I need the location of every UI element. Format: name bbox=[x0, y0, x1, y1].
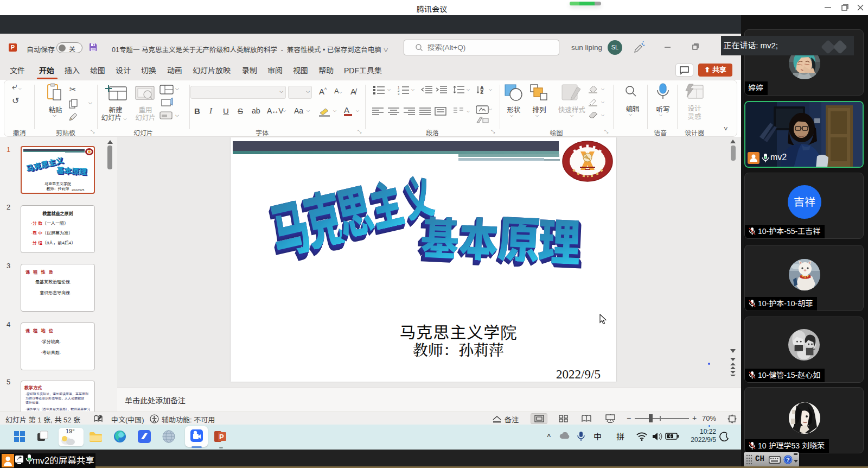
svg-text:Z: Z bbox=[481, 90, 483, 94]
svg-text:?: ? bbox=[786, 457, 790, 463]
svg-text:3: 3 bbox=[398, 92, 400, 95]
svg-text:P: P bbox=[219, 433, 224, 441]
svg-text:A: A bbox=[481, 86, 483, 90]
